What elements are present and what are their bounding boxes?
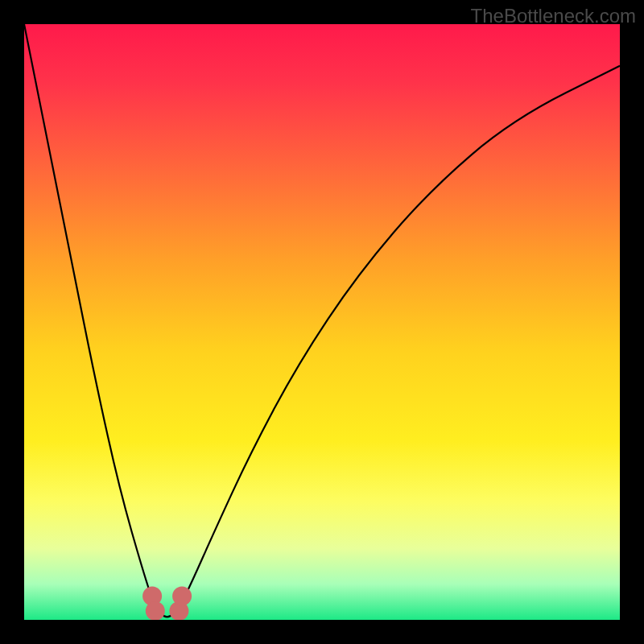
curve-marker bbox=[146, 601, 165, 620]
chart-svg bbox=[24, 24, 620, 620]
gradient-background bbox=[24, 24, 620, 620]
curve-marker bbox=[172, 586, 192, 605]
plot-area bbox=[24, 24, 620, 620]
chart-frame: TheBottleneck.com bbox=[0, 0, 644, 644]
